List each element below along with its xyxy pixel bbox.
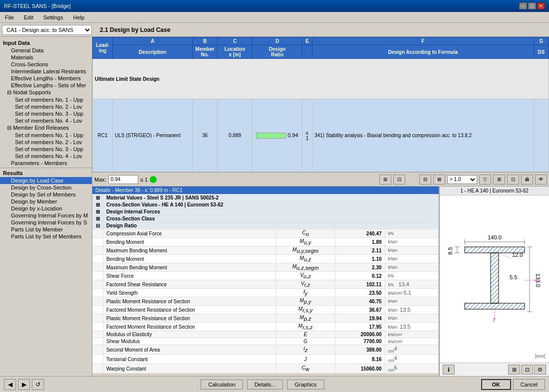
detail-symbol-15: J <box>275 355 335 364</box>
expand-icon-material[interactable]: ⊞ <box>93 195 103 201</box>
sidebar-item-mer-2[interactable]: Set of members No. 2 - Lov <box>0 139 92 146</box>
detail-unit-11: kNm 13.5 <box>385 323 438 331</box>
menu-settings[interactable]: Settings <box>40 13 66 21</box>
section-cross-section-values[interactable]: ⊞ Cross-Section Values - HE A 140 | Euro… <box>93 201 439 208</box>
sidebar-item-materials[interactable]: Materials <box>0 54 92 61</box>
view-btn-1[interactable]: ⊞ <box>379 175 391 185</box>
nav-refresh-btn[interactable]: ↺ <box>32 379 44 390</box>
menu-file[interactable]: File <box>2 13 17 21</box>
sidebar-item-governing-member[interactable]: Governing Internal Forces by M <box>0 212 92 219</box>
sidebar-item-design-x-location[interactable]: Design by x-Location <box>0 205 92 212</box>
header-design-ratio: DesignRatio <box>253 45 302 59</box>
cancel-button[interactable]: Cancel <box>513 379 545 390</box>
load-case-dropdown[interactable]: CA1 - Design acc. to SANS <box>2 25 92 35</box>
info-btn[interactable]: ℹ <box>443 365 455 375</box>
menu-edit[interactable]: Edit <box>21 13 36 21</box>
menu-help[interactable]: Help <box>70 13 87 21</box>
close-button[interactable]: ✕ <box>537 2 545 9</box>
cell-description: ULS (STR/GEO) - Permanent <box>113 99 193 172</box>
expand-icon-cross[interactable]: ⊞ <box>93 201 103 208</box>
sidebar-item-nodal-supports[interactable]: ⊟ Nodal Supports <box>0 89 92 96</box>
sidebar-item-design-load-case[interactable]: Design by Load Case <box>0 177 92 184</box>
expand-icon-class[interactable]: ⊞ <box>93 215 103 222</box>
header-loading: Load-ing <box>93 37 113 59</box>
eye-btn[interactable]: 👁 <box>535 175 547 185</box>
detail-symbol-9: Mr,s,y <box>275 306 335 314</box>
minimize-button[interactable]: ─ <box>519 2 527 9</box>
detail-row-16: Warping Constant Cw 15060.00 cm6 <box>93 364 439 374</box>
graphic-footer: ℹ ⊞ ⊡ ⚙ <box>440 363 549 376</box>
detail-symbol-10: Mp,z <box>275 314 335 323</box>
sidebar-item-parts-member[interactable]: Parts List by Member <box>0 226 92 233</box>
section-design-ratio[interactable]: ⊟ Design Ratio <box>93 222 439 229</box>
maximize-button[interactable]: □ <box>528 2 536 9</box>
expand-icon-forces[interactable]: ⊞ <box>93 208 103 215</box>
sidebar-item-cross-sections[interactable]: Cross-Sections <box>0 61 92 68</box>
cell-formula: 341) Stability analysis - Biaxial bendin… <box>312 99 534 172</box>
group-header-row: Ultimate Limit State Design <box>93 59 549 99</box>
sidebar-item-governing-set[interactable]: Governing Internal Forces by S <box>0 219 92 226</box>
sidebar-item-design-cross-section[interactable]: Design by Cross-Section <box>0 184 92 191</box>
filter-dropdown[interactable]: > 1.0 <box>447 175 477 184</box>
sidebar-item-member-end-releases[interactable]: ⊟ Member End Releases <box>0 124 92 132</box>
section-cross-section-class[interactable]: ⊞ Cross-Section Class <box>93 215 439 222</box>
detail-value-1: 1.89 <box>335 238 385 246</box>
header-col-b: B <box>193 37 218 45</box>
export-btn[interactable]: ⊡ <box>507 175 519 185</box>
sidebar-item-mer-4[interactable]: Set of members No. 4 - Lov <box>0 153 92 160</box>
header-col-g: G <box>534 37 549 45</box>
graphic-print-btn[interactable]: ⊡ <box>521 365 533 375</box>
filter-btn-1[interactable]: ⊟ <box>419 175 431 185</box>
sidebar-item-nodal-3[interactable]: Set of members No. 3 - Upp <box>0 110 92 117</box>
view-btn-2[interactable]: ⊡ <box>393 175 405 185</box>
detail-unit-9: kNm 13.5 <box>385 306 438 314</box>
detail-row-5: Shear Force Vu,z 0.12 kN <box>93 272 439 280</box>
table-row[interactable]: RC1 ULS (STR/GEO) - Permanent 36 0.889 0… <box>93 99 549 172</box>
filter-btn-2[interactable]: ⊠ <box>433 175 445 185</box>
divider-1 <box>0 168 92 168</box>
toolbar: CA1 - Design acc. to SANS 2.1 Design by … <box>0 23 549 37</box>
detail-label-15: Torsional Constant <box>103 355 276 364</box>
sidebar-item-mer-3[interactable]: Set of members No. 3 - Upp <box>0 146 92 153</box>
sidebar-item-eff-lengths-members[interactable]: Effective Lengths - Members <box>0 75 92 82</box>
graphics-button[interactable]: Graphics <box>287 380 324 390</box>
detail-value-2: 2.11 <box>335 246 385 255</box>
detail-row-8: Plastic Moment Resistance of Section Mp,… <box>93 297 439 306</box>
sidebar-item-intermediate-restraints[interactable]: Intermediate Lateral Restraints <box>0 68 92 75</box>
sidebar-item-general-data[interactable]: General Data <box>0 47 92 54</box>
detail-label-11: Factored Moment Resistance of Section <box>103 323 276 331</box>
svg-text:140.0: 140.0 <box>488 234 502 240</box>
filter-apply-btn[interactable]: ▽ <box>479 175 491 185</box>
view-type-btn[interactable]: ⊞ <box>493 175 505 185</box>
sidebar-item-nodal-4[interactable]: Set of members No. 4 - Lov <box>0 117 92 124</box>
graphic-zoom-btn[interactable]: ⊞ <box>508 365 520 375</box>
sidebar-item-parts-set[interactable]: Parts List by Set of Members <box>0 233 92 240</box>
max-value-input[interactable] <box>108 175 138 184</box>
detail-value-12: 20000.00 <box>335 331 385 338</box>
ok-button[interactable]: OK <box>481 379 511 390</box>
sidebar-item-nodal-2[interactable]: Set of members No. 2 - Lov <box>0 103 92 110</box>
left-panel: Input Data General Data Materials Cross-… <box>0 37 92 376</box>
input-header: Input Data <box>0 39 92 47</box>
svg-text:z: z <box>493 317 496 323</box>
nav-back-btn[interactable]: ◀ <box>4 379 16 390</box>
graphic-settings-btn[interactable]: ⚙ <box>534 365 546 375</box>
detail-symbol-11: Mr,s,z <box>275 323 335 331</box>
sidebar-item-mer-1[interactable]: Set of members No. 1 - Upp <box>0 132 92 139</box>
expand-icon-ratio[interactable]: ⊟ <box>93 222 103 229</box>
detail-label-1: Bending Moment <box>103 238 276 246</box>
section-internal-forces[interactable]: ⊞ Design Internal Forces <box>93 208 439 215</box>
detail-row-15: Torsional Constant J 8.16 cm4 <box>93 355 439 364</box>
sidebar-item-design-set-members[interactable]: Design by Set of Members <box>0 191 92 198</box>
sidebar-item-design-member[interactable]: Design by Member <box>0 198 92 205</box>
results-table: Load-ing A B C D E F G Description Membe… <box>92 37 549 172</box>
sidebar-item-eff-lengths-sets[interactable]: Effective Lengths - Sets of Mer <box>0 82 92 89</box>
sidebar-item-nodal-1[interactable]: Set of members No. 1 - Upp <box>0 96 92 103</box>
details-button[interactable]: Details... <box>247 380 283 390</box>
print-btn[interactable]: 🖶 <box>521 175 533 185</box>
calculation-button[interactable]: Calculation <box>201 380 243 390</box>
sidebar-item-parameters[interactable]: Parameters - Members <box>0 160 92 167</box>
detail-label-13: Shear Modulus <box>103 338 276 345</box>
nav-forward-btn[interactable]: ▶ <box>18 379 30 390</box>
section-material-values[interactable]: ⊞ Material Values - Steel S 235 JR | SAN… <box>93 195 439 201</box>
